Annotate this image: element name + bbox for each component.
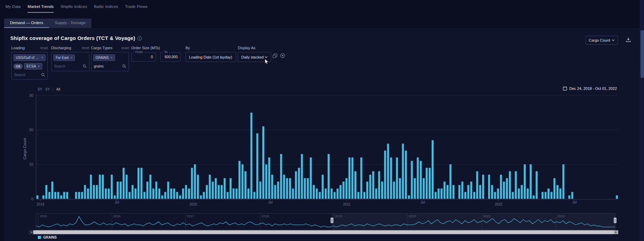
cargo-types-search[interactable]: grains <box>93 63 127 68</box>
bar[interactable] <box>54 192 56 199</box>
bar[interactable] <box>414 178 416 199</box>
bar[interactable] <box>476 171 478 199</box>
navigator-handle[interactable] <box>331 218 333 223</box>
bar[interactable] <box>63 192 65 199</box>
bar[interactable] <box>265 164 267 199</box>
bar[interactable] <box>488 175 490 199</box>
bar[interactable] <box>126 175 128 199</box>
discharging-search[interactable]: Search <box>53 63 87 68</box>
bar[interactable] <box>188 189 190 199</box>
bar[interactable] <box>60 196 62 199</box>
bar[interactable] <box>571 192 573 199</box>
remove-chip-icon[interactable]: × <box>41 56 43 60</box>
order-size-to-field[interactable]: To 500,000 <box>160 52 181 62</box>
bar[interactable] <box>563 164 565 199</box>
bar[interactable] <box>437 189 440 199</box>
bar[interactable] <box>518 189 520 199</box>
bar[interactable] <box>274 185 276 199</box>
bar[interactable] <box>134 189 136 199</box>
cargo-orders-chart[interactable]: 0102030Cargo Count2019Jul2020Jul2021Jul2… <box>0 85 644 241</box>
bar[interactable] <box>167 181 169 199</box>
bar[interactable] <box>286 178 288 199</box>
by-selector[interactable]: Loading Date (1st layday) <box>186 52 236 62</box>
nav-item-my-data[interactable]: My Data <box>5 4 21 13</box>
bar[interactable] <box>143 192 145 199</box>
bar[interactable] <box>206 185 208 199</box>
bar[interactable] <box>66 192 68 199</box>
bar[interactable] <box>262 126 264 199</box>
bar[interactable] <box>542 192 544 199</box>
bar[interactable] <box>322 175 324 199</box>
bar[interactable] <box>473 192 475 199</box>
bar[interactable] <box>313 185 315 199</box>
bar[interactable] <box>203 192 205 199</box>
bar[interactable] <box>108 189 110 199</box>
bar[interactable] <box>129 192 131 199</box>
bar[interactable] <box>435 192 437 199</box>
bar[interactable] <box>375 189 377 199</box>
bar[interactable] <box>310 157 312 199</box>
bar[interactable] <box>345 178 347 199</box>
bar[interactable] <box>268 157 270 199</box>
bar[interactable] <box>423 178 425 199</box>
bar[interactable] <box>48 192 51 199</box>
chip-grains[interactable]: GRAINS × <box>93 54 115 61</box>
bar[interactable] <box>536 171 538 199</box>
bar[interactable] <box>307 178 309 199</box>
bar[interactable] <box>340 185 342 199</box>
bar[interactable] <box>212 181 214 199</box>
bar[interactable] <box>218 185 220 199</box>
bar[interactable] <box>158 189 160 199</box>
bar[interactable] <box>152 189 154 199</box>
bar[interactable] <box>556 185 558 199</box>
bar[interactable] <box>90 175 92 199</box>
bar[interactable] <box>533 196 535 199</box>
bar[interactable] <box>417 157 419 199</box>
bar[interactable] <box>57 192 59 199</box>
bar[interactable] <box>503 181 505 199</box>
bar[interactable] <box>96 185 98 199</box>
bar[interactable] <box>527 189 529 199</box>
display-as-selector[interactable]: Daily stacked <box>238 52 271 62</box>
remove-chip-icon[interactable]: × <box>110 56 112 60</box>
bar[interactable] <box>524 164 526 199</box>
chip-far-east[interactable]: Far East × <box>53 54 75 61</box>
bar[interactable] <box>512 192 514 199</box>
bar[interactable] <box>253 192 255 199</box>
bar[interactable] <box>271 175 273 199</box>
bar[interactable] <box>420 161 422 199</box>
bar[interactable] <box>462 181 464 199</box>
bar[interactable] <box>209 175 211 199</box>
nav-item-market-trends[interactable]: Market Trends <box>27 4 54 13</box>
bar[interactable] <box>197 175 199 199</box>
order-size-from-field[interactable]: From 0 <box>131 52 156 62</box>
window-scrollbar-thumb[interactable] <box>641 30 644 78</box>
or-operator-pill[interactable]: OR <box>13 64 23 69</box>
download-button[interactable] <box>626 37 631 42</box>
bar[interactable] <box>432 140 434 199</box>
bar[interactable] <box>551 192 553 199</box>
bar[interactable] <box>87 189 89 199</box>
nav-item-shipfix-indices[interactable]: Shipfix Indices <box>60 4 87 13</box>
bar[interactable] <box>36 196 38 199</box>
bar[interactable] <box>545 192 547 199</box>
bar[interactable] <box>559 189 562 199</box>
focus-target-icon[interactable] <box>280 53 285 58</box>
bar[interactable] <box>381 181 383 199</box>
chip-loading-usg[interactable]: USG/Gulf of Me... × <box>13 54 46 61</box>
bar[interactable] <box>390 157 392 199</box>
bar[interactable] <box>491 185 493 199</box>
remove-chip-icon[interactable]: × <box>38 64 40 68</box>
bar[interactable] <box>467 185 469 199</box>
bar[interactable] <box>402 144 404 199</box>
bar[interactable] <box>453 185 455 199</box>
bar[interactable] <box>521 185 523 199</box>
bar[interactable] <box>292 189 294 199</box>
bar[interactable] <box>464 192 466 199</box>
bar[interactable] <box>334 192 336 199</box>
bar[interactable] <box>387 144 389 199</box>
bar[interactable] <box>102 175 104 199</box>
filter-loading-reset[interactable]: reset <box>40 46 48 50</box>
bar[interactable] <box>256 133 258 199</box>
copy-icon[interactable] <box>273 53 277 58</box>
